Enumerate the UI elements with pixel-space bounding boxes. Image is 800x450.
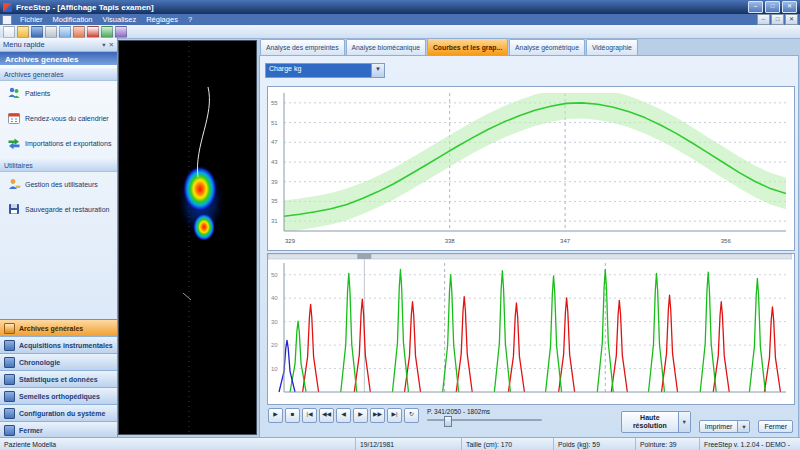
section-label: Fermer — [19, 427, 43, 434]
tab-analyse-geometrique[interactable]: Analyse géométrique — [509, 39, 585, 55]
svg-text:51: 51 — [271, 120, 278, 126]
search-icon[interactable] — [59, 26, 71, 38]
window-title: FreeStep - [Affichage Tapis examen] — [16, 3, 154, 12]
close-button[interactable]: ✕ — [782, 1, 797, 13]
save-icon[interactable] — [31, 26, 43, 38]
status-height: Taille (cm): 170 — [462, 438, 554, 450]
play-button[interactable]: ▶ — [268, 408, 283, 423]
tab-analyse-des-empreintes[interactable]: Analyse des empreintes — [260, 39, 345, 55]
close-panel-icon[interactable]: ✕ — [109, 41, 114, 49]
sidebar-item-label: Rendez-vous du calendrier — [25, 115, 109, 122]
print-button[interactable]: Imprimer ▼ — [699, 420, 751, 433]
print-icon[interactable] — [45, 26, 57, 38]
svg-text:47: 47 — [271, 139, 278, 145]
menu-visualisez[interactable]: Visualisez — [98, 15, 142, 24]
tab-videographie[interactable]: Vidéographie — [586, 39, 638, 55]
chevron-down-icon[interactable]: ▼ — [678, 412, 690, 432]
record-icon[interactable] — [87, 26, 99, 38]
group-header-archives-generales: Archives generales — [0, 68, 117, 81]
sidebar-section-acquisitions-instrumentales[interactable]: Acquisitions instrumentales — [0, 336, 117, 353]
status-birthdate: 19/12/1981 — [356, 438, 462, 450]
last-frame-button[interactable]: ▶| — [387, 408, 402, 423]
first-frame-button[interactable]: |◀ — [302, 408, 317, 423]
sidebar-item-label: Importations et exportations — [25, 140, 111, 147]
mdi-minimize-button[interactable]: – — [757, 14, 770, 25]
pressure-map-panel — [118, 40, 257, 435]
section-label: Archives générales — [19, 325, 83, 332]
document-icon — [2, 15, 12, 25]
resolution-button[interactable]: Haute résolution ▼ — [621, 411, 691, 433]
sidebar-section-semelles-orthopediques[interactable]: Semelles orthopédiques — [0, 387, 117, 404]
window-controls: – □ ✕ — [748, 1, 797, 13]
patient-icon[interactable] — [73, 26, 85, 38]
group-header-utilitaires: Utilitaires — [0, 159, 117, 172]
loop-button[interactable]: ↻ — [404, 408, 419, 423]
svg-text:55: 55 — [271, 100, 278, 106]
measure-select[interactable]: Charge kg ▼ — [265, 63, 385, 78]
tab-content: Charge kg ▼ 55514743393531329338347356 5… — [259, 55, 799, 438]
menu-help[interactable]: ? — [183, 15, 197, 24]
pressure-heatmap — [119, 41, 256, 434]
menu-items: FichierModificationVisualisezRéglages? — [15, 15, 197, 24]
previous-frame-button[interactable]: ◀ — [336, 408, 351, 423]
status-patient: Paziente Modella — [0, 438, 356, 450]
svg-text:31: 31 — [271, 218, 278, 224]
menu-fichier[interactable]: Fichier — [15, 15, 48, 24]
section-icon — [4, 408, 15, 419]
measure-select-value: Charge kg — [266, 64, 371, 77]
svg-text:35: 35 — [271, 198, 278, 204]
backup-icon — [7, 202, 21, 217]
chevron-down-icon[interactable]: ▼ — [737, 421, 749, 432]
section-icon — [4, 391, 15, 402]
timeline-cursor[interactable] — [357, 254, 371, 259]
minimize-button[interactable]: – — [748, 1, 763, 13]
close-view-button[interactable]: Fermer — [758, 420, 793, 433]
quick-menu-title: Menu rapide — [3, 40, 45, 49]
section-label: Statistiques et données — [19, 376, 98, 383]
tab-analyse-biomecanique[interactable]: Analyse biomécanique — [346, 39, 426, 55]
status-shoe-size: Pointure: 39 — [636, 438, 700, 450]
sidebar-section-archives-generales[interactable]: Archives générales — [0, 319, 117, 336]
svg-text:30: 30 — [271, 319, 278, 325]
sidebar-item-sauvegarde-et-restauration[interactable]: Sauvegarde et restauration — [0, 197, 117, 222]
chevron-down-icon[interactable]: ▼ — [371, 64, 384, 77]
section-icon — [4, 323, 15, 334]
import-export-icon — [7, 136, 21, 151]
section-label: Configuration du système — [19, 410, 105, 417]
menu-reglages[interactable]: Réglages — [141, 15, 183, 24]
sidebar-section-chronologie[interactable]: Chronologie — [0, 353, 117, 370]
sidebar-item-rendez-vous-du-calendrier[interactable]: Rendez-vous du calendrier — [0, 106, 117, 131]
menu-modification[interactable]: Modification — [48, 15, 98, 24]
section-label: Chronologie — [19, 359, 60, 366]
slider-handle[interactable] — [444, 416, 452, 427]
sidebar-content: Archives generalesPatientsRendez-vous du… — [0, 65, 117, 319]
svg-text:43: 43 — [271, 159, 278, 165]
chart-icon[interactable] — [101, 26, 113, 38]
section-icon — [4, 340, 15, 351]
stop-button[interactable]: ■ — [285, 408, 300, 423]
tab-courbes-et-les-grap[interactable]: Courbes et les grap... — [427, 38, 508, 55]
sidebar-section-statistiques-et-donnees[interactable]: Statistiques et données — [0, 370, 117, 387]
pressure-blob-main — [183, 166, 217, 212]
open-folder-icon[interactable] — [17, 26, 29, 38]
pin-icon[interactable]: ▾ — [102, 41, 105, 49]
sidebar-item-patients[interactable]: Patients — [0, 81, 117, 106]
mdi-restore-button[interactable]: □ — [771, 14, 784, 25]
sidebar-section-fermer[interactable]: Fermer — [0, 421, 117, 438]
sidebar-item-gestion-des-utilisateurs[interactable]: Gestion des utilisateurs — [0, 172, 117, 197]
fast-forward-button[interactable]: ▶▶ — [370, 408, 385, 423]
status-bar: Paziente Modella 19/12/1981 Taille (cm):… — [0, 437, 800, 450]
settings-icon[interactable] — [115, 26, 127, 38]
sidebar-item-label: Sauvegarde et restauration — [25, 206, 109, 213]
section-label: Acquisitions instrumentales — [19, 342, 113, 349]
sidebar-banner: Archives generales — [0, 52, 117, 66]
sidebar-section-configuration-du-systeme[interactable]: Configuration du système — [0, 404, 117, 421]
next-frame-button[interactable]: ▶ — [353, 408, 368, 423]
maximize-button[interactable]: □ — [765, 1, 780, 13]
timeline-slider[interactable] — [427, 416, 542, 425]
load-curve-chart: 55514743393531329338347356 — [267, 86, 795, 251]
mdi-close-button[interactable]: ✕ — [785, 14, 798, 25]
sidebar-item-importations-et-exportations[interactable]: Importations et exportations — [0, 131, 117, 156]
new-document-icon[interactable] — [3, 26, 15, 38]
rewind-button[interactable]: ◀◀ — [319, 408, 334, 423]
